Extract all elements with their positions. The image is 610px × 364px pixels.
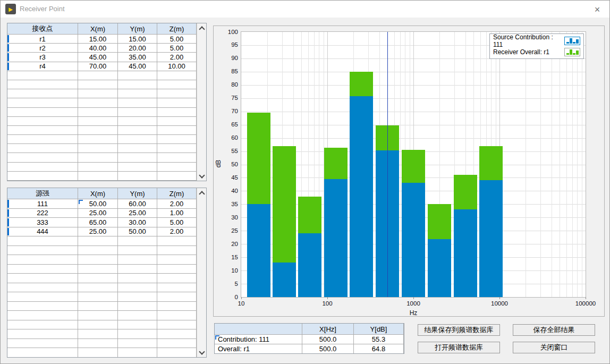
table-cell[interactable] <box>118 274 157 283</box>
table-cell[interactable]: 25.00 <box>78 227 118 237</box>
table-row[interactable] <box>7 89 206 98</box>
table-cell[interactable] <box>7 163 78 172</box>
table-cell[interactable]: Contribution: 111 <box>215 335 302 344</box>
table-cell[interactable] <box>78 255 118 265</box>
table-cell[interactable] <box>118 236 157 246</box>
table-cell[interactable] <box>7 108 78 117</box>
table-row[interactable] <box>7 144 206 153</box>
table-cell[interactable] <box>7 172 78 181</box>
table-cell[interactable] <box>118 172 157 181</box>
table-cell[interactable]: 25.00 <box>78 209 118 218</box>
save-to-spectrum-db-button[interactable]: 结果保存到频谱数据库 <box>418 324 500 336</box>
table-cell[interactable] <box>7 153 78 162</box>
table-cell[interactable] <box>118 339 157 349</box>
close-icon[interactable]: × <box>591 4 603 15</box>
cursor-table-row[interactable]: Contribution: 111500.055.3 <box>215 335 404 344</box>
close-window-button[interactable]: 关闭窗口 <box>513 342 595 353</box>
table-cell[interactable]: 64.8 <box>354 344 404 354</box>
table-row[interactable] <box>7 236 206 246</box>
table-cell[interactable] <box>157 274 197 283</box>
table-cell[interactable]: 222 <box>7 209 78 218</box>
table-cell[interactable]: 111 <box>7 199 78 209</box>
table-cell[interactable]: 333 <box>7 218 78 227</box>
table-cell[interactable] <box>7 292 78 302</box>
table-cell[interactable] <box>118 80 157 89</box>
table-row[interactable]: 33365.0030.005.00 <box>7 218 206 227</box>
open-spectrum-db-button[interactable]: 打开频谱数据库 <box>418 342 500 353</box>
table-cell[interactable] <box>78 292 118 302</box>
scroll-down-button[interactable] <box>197 172 206 180</box>
table-row[interactable] <box>7 329 206 339</box>
table-cell[interactable] <box>78 80 118 89</box>
table-cell[interactable] <box>157 246 197 256</box>
table-cell[interactable]: 5.00 <box>157 218 197 227</box>
table-row[interactable] <box>7 80 206 89</box>
table-cell[interactable]: 2.00 <box>157 199 197 209</box>
legend-entry[interactable]: Source Contribution : 111 <box>490 35 583 46</box>
table-cell[interactable] <box>157 172 197 181</box>
table-cell[interactable] <box>78 89 118 98</box>
table-row[interactable]: 22225.0025.001.00 <box>7 209 206 218</box>
table-cell[interactable] <box>157 348 197 358</box>
table-cell[interactable]: 45.00 <box>78 53 118 62</box>
table-cell[interactable] <box>7 339 78 349</box>
scroll-down-button[interactable] <box>197 348 206 357</box>
table-row[interactable] <box>7 172 206 181</box>
table-cell[interactable] <box>78 163 118 172</box>
table-cell[interactable]: 55.3 <box>354 335 404 344</box>
table-cell[interactable]: 10.00 <box>157 62 197 71</box>
table-cell[interactable] <box>78 311 118 320</box>
table-cell[interactable] <box>118 348 157 358</box>
table-cell[interactable] <box>157 98 197 107</box>
table-cell[interactable] <box>78 246 118 256</box>
table-row[interactable] <box>7 153 206 162</box>
table-cell[interactable] <box>7 89 78 98</box>
table-cell[interactable] <box>118 163 157 172</box>
table-cell[interactable]: 2.00 <box>157 227 197 237</box>
table-cell[interactable] <box>157 108 197 117</box>
table-cell[interactable]: 70.00 <box>78 62 118 71</box>
table-cell[interactable] <box>78 302 118 311</box>
table-cell[interactable]: 60.00 <box>118 199 157 209</box>
table-cell[interactable]: r3 <box>7 53 78 62</box>
table-cell[interactable] <box>7 98 78 107</box>
table-row[interactable] <box>7 265 206 274</box>
table-cell[interactable] <box>157 71 197 80</box>
table-cell[interactable] <box>7 255 78 265</box>
table-cell[interactable] <box>78 117 118 126</box>
table-row[interactable]: r240.0020.005.00 <box>7 44 206 53</box>
table-cell[interactable] <box>7 348 78 358</box>
table-row[interactable] <box>7 108 206 117</box>
table-cell[interactable] <box>118 311 157 320</box>
table-row[interactable] <box>7 163 206 172</box>
table-cell[interactable] <box>7 135 78 144</box>
table-row[interactable]: 11150.0060.002.00 <box>7 199 206 209</box>
table-row[interactable] <box>7 117 206 126</box>
table-cell[interactable] <box>118 153 157 162</box>
table-row[interactable] <box>7 71 206 80</box>
table-cell[interactable] <box>7 117 78 126</box>
table-row[interactable]: r470.0045.0010.00 <box>7 62 206 71</box>
table-cell[interactable] <box>78 265 118 274</box>
table-row[interactable] <box>7 135 206 144</box>
table-row[interactable]: r345.0035.002.00 <box>7 53 206 62</box>
graph-cursor-line[interactable] <box>387 32 388 297</box>
save-all-results-button[interactable]: 保存全部结果 <box>513 324 595 336</box>
table-cell[interactable] <box>118 329 157 339</box>
table-cell[interactable] <box>118 265 157 274</box>
table-cell[interactable]: 35.00 <box>118 53 157 62</box>
table-cell[interactable] <box>78 236 118 246</box>
table-cell[interactable] <box>78 339 118 349</box>
table-cell[interactable]: 500.0 <box>302 344 354 354</box>
table-cell[interactable]: Overall: r1 <box>215 344 302 354</box>
table-cell[interactable] <box>7 329 78 339</box>
table-cell[interactable] <box>7 71 78 80</box>
table-cell[interactable]: 50.00 <box>118 227 157 237</box>
table-cell[interactable] <box>118 255 157 265</box>
table-cell[interactable] <box>157 283 197 293</box>
table-row[interactable] <box>7 255 206 265</box>
table-cell[interactable]: 500.0 <box>302 335 354 344</box>
table-row[interactable] <box>7 246 206 256</box>
table-cell[interactable]: 444 <box>7 227 78 237</box>
table-cell[interactable] <box>118 71 157 80</box>
